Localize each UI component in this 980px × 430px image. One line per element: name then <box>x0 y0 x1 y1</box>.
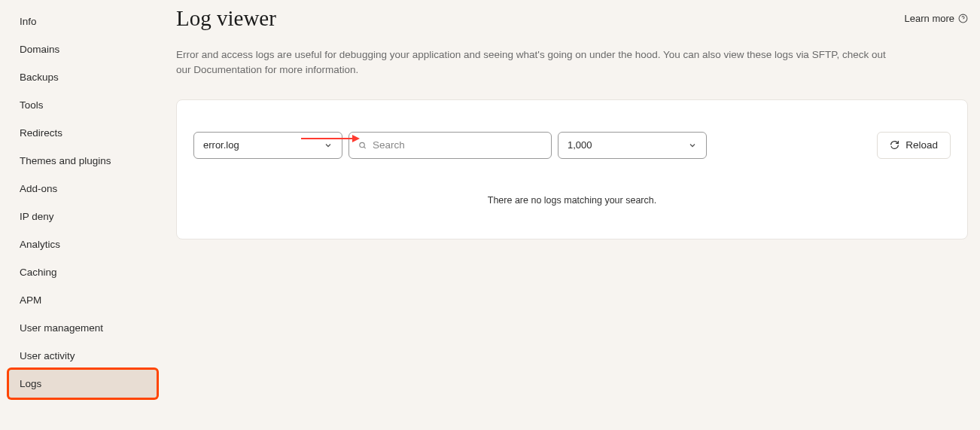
reload-label: Reload <box>905 139 938 151</box>
sidebar-item-logs[interactable]: Logs <box>9 370 157 398</box>
limit-select[interactable]: 1,000 <box>558 132 707 159</box>
search-icon <box>358 141 367 150</box>
help-icon <box>958 14 968 23</box>
log-panel: error.log 1,000 Reload Ther <box>176 99 968 239</box>
main-content: Log viewer Learn more Error and access l… <box>166 0 980 430</box>
sidebar-item-addons[interactable]: Add-ons <box>0 175 166 203</box>
page-description: Error and access logs are useful for deb… <box>176 47 899 78</box>
sidebar-item-apm[interactable]: APM <box>0 286 166 314</box>
sidebar-item-tools[interactable]: Tools <box>0 91 166 119</box>
sidebar-item-analytics[interactable]: Analytics <box>0 230 166 258</box>
sidebar-item-domains[interactable]: Domains <box>0 35 166 63</box>
controls-row: error.log 1,000 Reload <box>193 132 951 159</box>
sidebar-item-themes-plugins[interactable]: Themes and plugins <box>0 147 166 175</box>
limit-value: 1,000 <box>568 139 688 151</box>
sidebar-item-user-management[interactable]: User management <box>0 314 166 342</box>
sidebar-item-caching[interactable]: Caching <box>0 258 166 286</box>
learn-more-link[interactable]: Learn more <box>905 13 968 24</box>
sidebar-item-info[interactable]: Info <box>0 8 166 35</box>
svg-point-2 <box>360 142 364 147</box>
reload-icon <box>890 140 899 150</box>
log-file-select[interactable]: error.log <box>193 132 342 159</box>
chevron-down-icon <box>688 141 697 150</box>
page-title: Log viewer <box>176 6 276 31</box>
sidebar-item-backups[interactable]: Backups <box>0 63 166 91</box>
log-file-value: error.log <box>203 139 324 151</box>
reload-button[interactable]: Reload <box>877 132 951 159</box>
svg-line-3 <box>364 147 366 148</box>
header-row: Log viewer Learn more <box>176 6 968 31</box>
empty-results-message: There are no logs matching your search. <box>193 195 951 206</box>
sidebar-item-user-activity[interactable]: User activity <box>0 342 166 370</box>
chevron-down-icon <box>324 141 333 150</box>
sidebar-item-redirects[interactable]: Redirects <box>0 119 166 147</box>
sidebar-item-ip-deny[interactable]: IP deny <box>0 203 166 230</box>
search-input[interactable] <box>373 139 542 151</box>
sidebar: Info Domains Backups Tools Redirects The… <box>0 0 166 430</box>
search-field-wrap[interactable] <box>348 132 552 159</box>
learn-more-label: Learn more <box>905 13 954 24</box>
